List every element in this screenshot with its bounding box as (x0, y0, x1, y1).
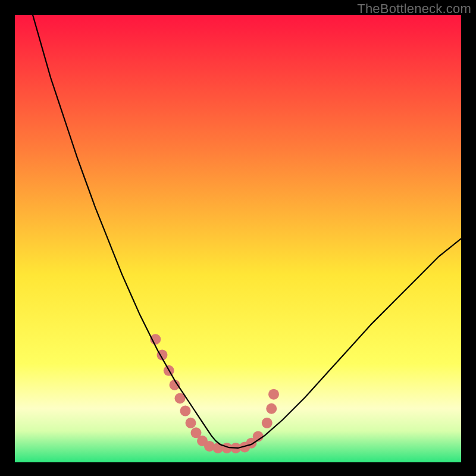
chart-frame (15, 15, 461, 462)
bottleneck-chart (15, 15, 461, 462)
watermark-text: TheBottleneck.com (357, 1, 471, 17)
gradient-background (15, 15, 461, 462)
curve-marker (262, 418, 273, 428)
curve-marker (180, 406, 191, 416)
curve-marker (186, 418, 196, 428)
curve-marker (268, 389, 279, 400)
curve-marker (266, 403, 277, 414)
